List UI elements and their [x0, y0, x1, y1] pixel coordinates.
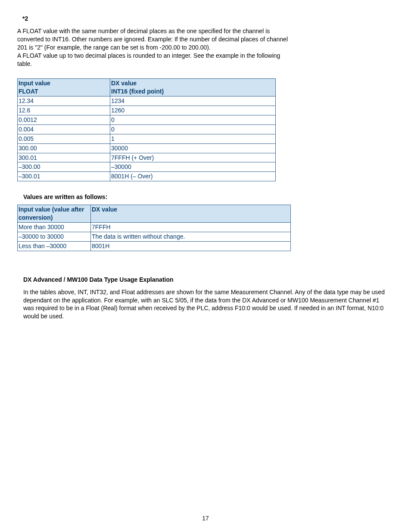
table-cell: More than 30000 — [18, 223, 91, 232]
table-cell: 30000 — [110, 143, 276, 153]
table-row: Less than –300008001H — [18, 241, 291, 251]
table-cell: –300.01 — [18, 172, 110, 181]
table1-header-dx-l1: DX value — [111, 80, 137, 87]
table-row: –30000 to 30000The data is written witho… — [18, 232, 291, 241]
table2-header-dx: DX value — [91, 205, 291, 223]
table-cell: 300.00 — [18, 143, 110, 153]
table-cell: Less than –30000 — [18, 241, 91, 251]
table-cell: The data is written without change. — [91, 232, 291, 241]
explanation-heading: DX Advanced / MW100 Data Type Usage Expl… — [23, 276, 389, 283]
table-cell: 0 — [110, 124, 276, 134]
table2-body: More than 300007FFFH –30000 to 30000The … — [18, 223, 291, 251]
values-written-table: Input value (value after conversion) DX … — [17, 205, 291, 251]
table-row: –300.018001H (– Over) — [18, 172, 276, 181]
table-cell: 8001H — [91, 241, 291, 251]
table-row: 0.0040 — [18, 124, 276, 134]
table-cell: 1 — [110, 134, 276, 143]
table-cell: –300.00 — [18, 162, 110, 172]
table1-header-dx: DX value INT16 (fixed point) — [110, 79, 276, 96]
table2-header-input: Input value (value after conversion) — [18, 205, 91, 223]
float-int16-table: Input value FLOAT DX value INT16 (fixed … — [17, 78, 276, 181]
table-cell: 1234 — [110, 96, 276, 106]
table-cell: 7FFFH — [91, 223, 291, 232]
table-row: More than 300007FFFH — [18, 223, 291, 232]
table1-header-input: Input value FLOAT — [18, 79, 110, 96]
table1-header-input-l1: Input value — [19, 80, 50, 87]
intro-paragraph: A FLOAT value with the same number of de… — [17, 27, 293, 68]
table-cell: 7FFFH (+ Over) — [110, 153, 276, 162]
table-cell: 8001H (– Over) — [110, 172, 276, 181]
table-cell: 0.0012 — [18, 115, 110, 125]
table1-header-dx-l2: INT16 (fixed point) — [111, 88, 164, 95]
table-row: 300.017FFFH (+ Over) — [18, 153, 276, 162]
table-row: 12.61260 — [18, 106, 276, 115]
explanation-paragraph: In the tables above, INT, INT32, and Flo… — [23, 288, 389, 321]
table-cell: 300.01 — [18, 153, 110, 162]
table-cell: 0 — [110, 115, 276, 125]
table-cell: 12.34 — [18, 96, 110, 106]
table-row: 0.0051 — [18, 134, 276, 143]
table-row: 0.00120 — [18, 115, 276, 125]
note-label: *2 — [22, 15, 389, 22]
table-cell: 0.005 — [18, 134, 110, 143]
table-row: 12.341234 — [18, 96, 276, 106]
table-cell: –30000 — [110, 162, 276, 172]
table-cell: –30000 to 30000 — [18, 232, 91, 241]
page-number: 17 — [0, 515, 411, 522]
table1-body: 12.341234 12.61260 0.00120 0.0040 0.0051… — [18, 96, 276, 181]
table-row: 300.0030000 — [18, 143, 276, 153]
table-row: –300.00–30000 — [18, 162, 276, 172]
table-cell: 0.004 — [18, 124, 110, 134]
table-cell: 1260 — [110, 106, 276, 115]
values-written-heading: Values are written as follows: — [23, 193, 389, 200]
table1-header-input-l2: FLOAT — [19, 88, 38, 95]
table-cell: 12.6 — [18, 106, 110, 115]
